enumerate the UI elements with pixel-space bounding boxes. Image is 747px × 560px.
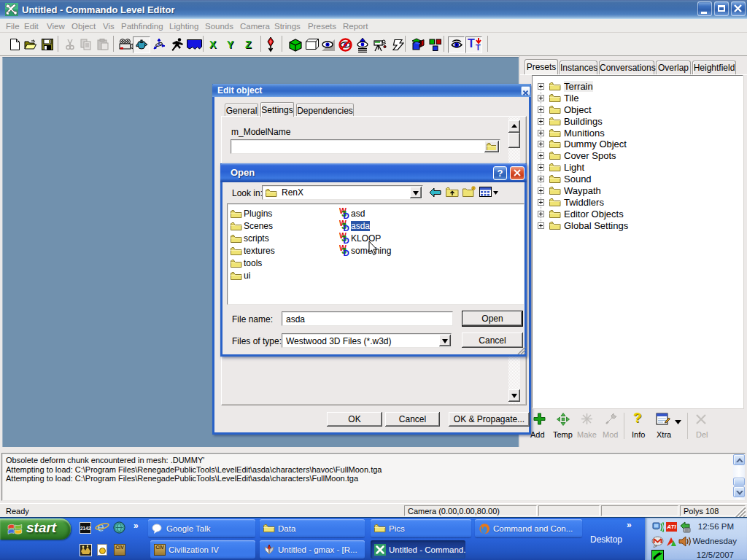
svg-text:e: e (97, 520, 104, 534)
